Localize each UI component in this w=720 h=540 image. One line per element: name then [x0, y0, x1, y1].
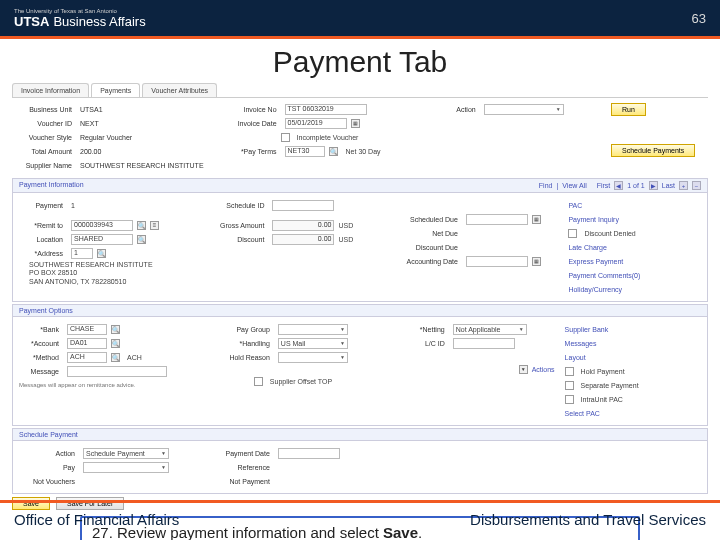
sp-pd-input[interactable]: [278, 448, 340, 459]
invno-input[interactable]: TST 06032019: [285, 104, 367, 115]
tab-voucher-attr[interactable]: Voucher Attributes: [142, 83, 217, 97]
disc-input[interactable]: 0.00: [272, 234, 334, 245]
tab-payments[interactable]: Payments: [91, 83, 140, 97]
add-row-icon[interactable]: +: [679, 181, 688, 190]
messages-link[interactable]: Messages: [565, 340, 597, 347]
supplier-offset-check[interactable]: [254, 377, 263, 386]
schedule-payment-title: Schedule Payment: [19, 431, 78, 438]
bank-input[interactable]: CHASE: [67, 324, 107, 335]
lookup-icon[interactable]: 🔍: [329, 147, 338, 156]
adate-label: Accounting Date: [398, 258, 458, 265]
separate-payment-label: Separate Payment: [581, 382, 639, 389]
invno-label: Invoice No: [221, 106, 277, 113]
gross-cur: USD: [338, 222, 353, 229]
page-number: 63: [692, 11, 706, 26]
sp-action-select[interactable]: Schedule Payment: [83, 448, 169, 459]
schedule-payments-button[interactable]: Schedule Payments: [611, 144, 695, 157]
footer-right: Disbursements and Travel Services: [470, 511, 706, 528]
addr-input[interactable]: 1: [71, 248, 93, 259]
msg-input[interactable]: [67, 366, 167, 377]
separate-payment-check[interactable]: [565, 381, 574, 390]
app-capture: Invoice Information Payments Voucher Att…: [12, 83, 708, 510]
schedule-payment-box: ActionSchedule Payment Pay Not Vouchers …: [12, 441, 708, 494]
disc-label: Discount: [208, 236, 264, 243]
payment-comments-link[interactable]: Payment Comments(0): [568, 272, 640, 279]
calendar-icon[interactable]: ▦: [351, 119, 360, 128]
run-button[interactable]: Run: [611, 103, 646, 116]
footer-left: Office of Financial Affairs: [14, 511, 179, 528]
utsa-logo: UTSA: [14, 14, 49, 29]
lookup-icon[interactable]: 🔍: [97, 249, 106, 258]
express-payment-link[interactable]: Express Payment: [568, 258, 623, 265]
actions-link[interactable]: Actions: [532, 366, 555, 373]
holiday-currency-link[interactable]: Holiday/Currency: [568, 286, 622, 293]
msg-help: Messages will appear on remittance advic…: [19, 382, 135, 388]
sp-np-label: Not Payment: [214, 478, 270, 485]
lookup-icon[interactable]: 🔍: [137, 221, 146, 230]
loc-input[interactable]: SHARED: [71, 234, 133, 245]
handling-select[interactable]: US Mail: [278, 338, 348, 349]
calendar-icon[interactable]: ▦: [532, 257, 541, 266]
acct-input[interactable]: DA01: [67, 338, 107, 349]
adate-input[interactable]: [466, 256, 528, 267]
acct-label: *Account: [19, 340, 59, 347]
late-charge-link[interactable]: Late Charge: [568, 244, 607, 251]
related-icon[interactable]: ≡: [150, 221, 159, 230]
remit-input[interactable]: 0000039943: [71, 220, 133, 231]
lookup-icon[interactable]: 🔍: [137, 235, 146, 244]
calendar-icon[interactable]: ▦: [532, 215, 541, 224]
paygroup-select[interactable]: [278, 324, 348, 335]
action-select[interactable]: [484, 104, 564, 115]
gross-input[interactable]: 0.00: [272, 220, 334, 231]
select-pac-link[interactable]: Select PAC: [565, 410, 600, 417]
lc-input[interactable]: [453, 338, 515, 349]
sp-pay-select[interactable]: [83, 462, 169, 473]
intraunit-pac-check[interactable]: [565, 395, 574, 404]
loc-label: Location: [19, 236, 63, 243]
method-input[interactable]: ACH: [67, 352, 107, 363]
accent-bar: [0, 36, 720, 39]
remit-label: *Remit to: [19, 222, 63, 229]
hold-payment-label: Hold Payment: [581, 368, 625, 375]
slide-title: Payment Tab: [0, 45, 720, 79]
payment-inquiry-link[interactable]: Payment Inquiry: [568, 216, 619, 223]
lookup-icon[interactable]: 🔍: [111, 339, 120, 348]
sp-pay-label: Pay: [19, 464, 75, 471]
hold-payment-check[interactable]: [565, 367, 574, 376]
tab-invoice-info[interactable]: Invoice Information: [12, 83, 89, 97]
invdate-input[interactable]: 05/01/2019: [285, 118, 347, 129]
handling-label: *Handling: [214, 340, 270, 347]
tab-bar: Invoice Information Payments Voucher Att…: [12, 83, 708, 98]
del-row-icon[interactable]: −: [692, 181, 701, 190]
payterms-text: Net 30 Day: [346, 148, 381, 155]
holdreason-select[interactable]: [278, 352, 348, 363]
expand-icon[interactable]: ▼: [519, 365, 528, 374]
lookup-icon[interactable]: 🔍: [111, 353, 120, 362]
pac-link[interactable]: PAC: [568, 202, 582, 209]
discount-denied-check[interactable]: [568, 229, 577, 238]
prev-icon[interactable]: ◀: [614, 181, 623, 190]
next-icon[interactable]: ▶: [649, 181, 658, 190]
intraunit-pac-label: IntraUnit PAC: [581, 396, 623, 403]
payment-options-box: *BankCHASE🔍 *AccountDA01🔍 *MethodACH🔍ACH…: [12, 317, 708, 426]
incomplete-checkbox[interactable]: [281, 133, 290, 142]
viewall-link[interactable]: View All: [562, 182, 586, 189]
addr-line2: PO BOX 28510: [29, 269, 208, 277]
voucher-header: Business UnitUTSA1 Voucher IDNEXT Vouche…: [12, 98, 708, 176]
layout-link[interactable]: Layout: [565, 354, 586, 361]
schid-input[interactable]: [272, 200, 334, 211]
payment-info-title: Payment Information: [19, 181, 84, 190]
supplier-bank-link[interactable]: Supplier Bank: [565, 326, 609, 333]
netting-label: *Netting: [409, 326, 445, 333]
payment-info-bar: Payment Information Find | View All Firs…: [12, 178, 708, 193]
payment-options-title: Payment Options: [19, 307, 73, 314]
netting-select[interactable]: Not Applicable: [453, 324, 527, 335]
find-link[interactable]: Find: [539, 182, 553, 189]
msg-label: Message: [19, 368, 59, 375]
supplier-offset-label: Supplier Offset TOP: [270, 378, 332, 385]
payterms-input[interactable]: NET30: [285, 146, 325, 157]
brand: UTSA Business Affairs: [14, 14, 146, 29]
lookup-icon[interactable]: 🔍: [111, 325, 120, 334]
sdate-input[interactable]: [466, 214, 528, 225]
sp-nv-label: Not Vouchers: [19, 478, 75, 485]
